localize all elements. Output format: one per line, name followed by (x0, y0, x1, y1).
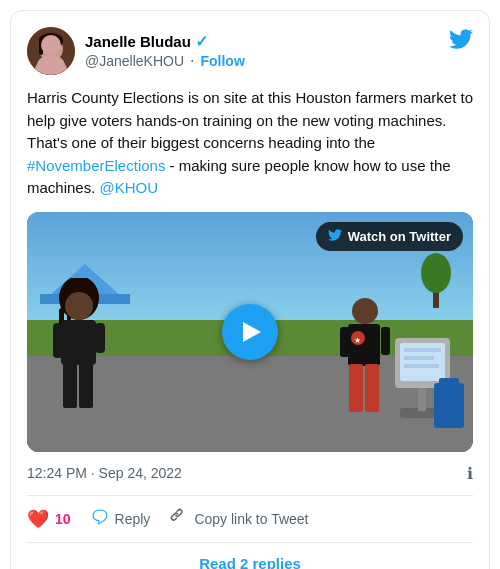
divider-1 (27, 495, 473, 496)
tweet-header-left: Janelle Bludau ✓ @JanelleKHOU · Follow (27, 27, 245, 75)
tweet-card: Janelle Bludau ✓ @JanelleKHOU · Follow H… (10, 10, 490, 569)
person1 (49, 278, 109, 408)
twitter-small-icon (328, 228, 342, 245)
twitter-logo-icon (449, 27, 473, 57)
svg-point-19 (352, 298, 378, 324)
mention-khou[interactable]: @KHOU (100, 179, 159, 196)
svg-rect-24 (381, 327, 390, 355)
copy-link-label: Copy link to Tweet (194, 511, 308, 527)
svg-rect-5 (39, 37, 43, 55)
svg-rect-33 (404, 364, 439, 368)
svg-point-3 (39, 37, 63, 61)
svg-rect-36 (437, 388, 461, 391)
verified-badge: ✓ (195, 32, 208, 51)
heart-icon: ❤️ (27, 508, 49, 530)
svg-rect-23 (340, 327, 349, 357)
svg-rect-32 (404, 356, 434, 360)
follow-button[interactable]: Follow (200, 53, 244, 69)
hashtag-november-elections[interactable]: #NovemberElections (27, 157, 165, 174)
like-count: 10 (55, 511, 71, 527)
tweet-header: Janelle Bludau ✓ @JanelleKHOU · Follow (27, 27, 473, 75)
reply-button[interactable]: Reply (91, 508, 151, 530)
svg-rect-2 (37, 59, 65, 75)
play-button[interactable] (222, 304, 278, 360)
svg-rect-25 (349, 364, 363, 412)
tweet-actions: ❤️ 10 Reply Copy link to Tweet (27, 508, 473, 530)
svg-rect-14 (61, 320, 96, 365)
like-button[interactable]: ❤️ 10 (27, 508, 71, 530)
read-replies-button[interactable]: Read 2 replies (27, 542, 473, 570)
svg-rect-31 (404, 348, 441, 352)
copy-link-button[interactable]: Copy link to Tweet (170, 508, 308, 529)
svg-point-1 (35, 59, 67, 75)
svg-rect-18 (79, 363, 93, 408)
svg-rect-20 (348, 324, 380, 366)
tree (421, 248, 451, 308)
blue-bin (434, 378, 464, 428)
timestamp-text: 12:24 PM · Sep 24, 2022 (27, 465, 182, 481)
display-name: Janelle Bludau ✓ (85, 32, 245, 51)
user-info: Janelle Bludau ✓ @JanelleKHOU · Follow (85, 32, 245, 70)
username-row: @JanelleKHOU · Follow (85, 52, 245, 70)
tweet-timestamp: 12:24 PM · Sep 24, 2022 ℹ (27, 464, 473, 483)
svg-rect-15 (53, 323, 63, 358)
watch-on-twitter-label: Watch on Twitter (348, 229, 451, 244)
svg-rect-17 (63, 363, 77, 408)
username: @JanelleKHOU (85, 53, 184, 69)
person2: ★ (338, 293, 393, 413)
tweet-media[interactable]: ★ (27, 212, 473, 452)
link-icon (170, 508, 188, 529)
svg-rect-35 (439, 378, 459, 386)
info-icon[interactable]: ℹ (467, 464, 473, 483)
watch-on-twitter-badge[interactable]: Watch on Twitter (316, 222, 463, 251)
svg-text:★: ★ (354, 336, 361, 345)
svg-rect-16 (95, 323, 105, 353)
reply-icon (91, 508, 109, 530)
play-icon (243, 322, 261, 342)
svg-point-4 (39, 33, 63, 49)
tweet-body: Harris County Elections is on site at th… (27, 87, 473, 200)
svg-rect-0 (27, 27, 75, 75)
svg-point-13 (65, 292, 93, 320)
reply-label: Reply (115, 511, 151, 527)
avatar[interactable] (27, 27, 75, 75)
svg-rect-26 (365, 364, 379, 412)
svg-point-9 (421, 253, 451, 293)
